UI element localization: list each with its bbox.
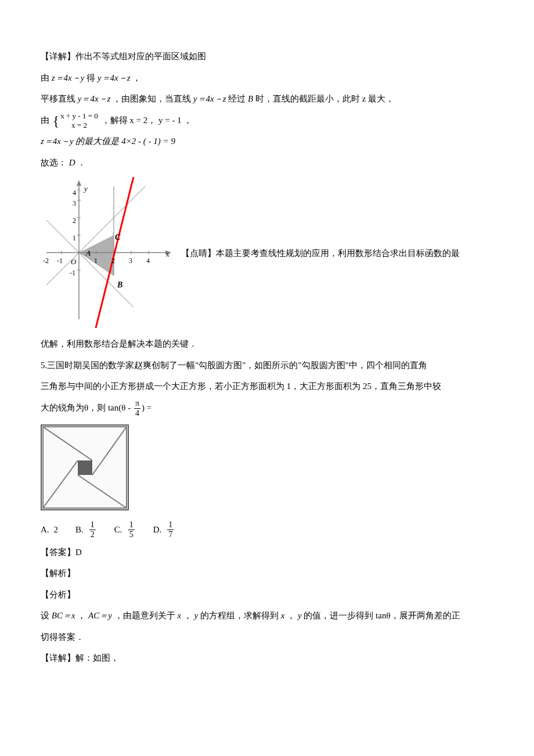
a-x2: x [281, 611, 285, 620]
a-m5: 的值，进一步得到 tanθ，展开两角差的正 [304, 611, 460, 620]
axis-y-label: y [84, 180, 88, 197]
opt-b-num: 1 [91, 520, 95, 529]
axis-x-label: x [166, 246, 169, 263]
brace-system: { x + y - 1 = 0 x = 2 [53, 111, 98, 129]
svg-marker-4 [77, 180, 81, 186]
solution-xy: x = 2， y = - 1 [129, 116, 181, 125]
text-post: 经过 [228, 94, 248, 103]
tick-xn2: -2 [43, 253, 49, 269]
a-m4: 的方程组，求解得到 [200, 611, 281, 620]
option-c: C. 15 [114, 520, 136, 540]
tick-x4: 4 [146, 253, 150, 269]
origin-label: O [71, 253, 76, 271]
text-pre: 由 [41, 73, 52, 82]
eq-y: y＝4x－z [98, 73, 131, 82]
svg-line-23 [43, 460, 78, 508]
graph-and-hint-row: y x 4 3 2 1 -1 1 2 3 4 -1 -2 O A C B 【点睛… [41, 177, 493, 329]
point-a-label: A [86, 244, 91, 262]
analysis-label: 【分析】 [41, 585, 493, 605]
analysis-text: 设 BC＝x ， AC＝y ，由题意列关于 x ， y 的方程组，求解得到 x … [41, 606, 493, 626]
opt-a-label: A. [41, 520, 49, 540]
a-pre: 设 [41, 611, 52, 620]
opt-c-label: C. [114, 520, 122, 540]
question-5-line-3: 大的锐角为θ，则 tan(θ - π4) = [41, 398, 493, 418]
tan-expression: tan(θ - π4) = [108, 403, 151, 412]
gougu-figure [41, 424, 129, 510]
answer-label: 【答案】D [41, 542, 493, 563]
text-mid: ，由图象知，当直线 [113, 94, 193, 103]
eq-z: z＝4x－y [52, 73, 85, 82]
coordinate-graph: y x 4 3 2 1 -1 1 2 3 4 -1 -2 O A C B [41, 177, 175, 329]
equation-line-1: 由 z＝4x－y 得 y＝4x－z ， [41, 68, 493, 88]
tick-x2: 2 [111, 253, 115, 269]
options-list: A. 2 B. 12 C. 15 D. 17 [41, 517, 493, 542]
option-a: A. 2 [41, 520, 58, 540]
opt-d-num: 1 [168, 520, 172, 529]
a-y: y [194, 611, 199, 620]
a-m1: ， [77, 611, 86, 620]
text-mid: ，解得 [102, 116, 130, 125]
tick-xn1: -1 [57, 253, 63, 269]
a-ac: AC＝y [88, 611, 112, 620]
a-bc: BC＝x [52, 611, 75, 620]
text-end: ， [132, 73, 141, 82]
answer-selection: 故选： D ． [41, 153, 493, 173]
detail-label: 【详解】解：如图， [41, 648, 493, 668]
max-value-line: z＝4x－y 的最大值是 4×2 - ( - 1) = 9 [41, 131, 493, 152]
solution-intro: 【详解】作出不等式组对应的平面区域如图 [41, 46, 493, 67]
opt-b-label: B. [75, 520, 84, 540]
opt-c-num: 1 [129, 520, 134, 529]
brace-top: x + y - 1 = 0 [60, 111, 98, 121]
tick-x3: 3 [129, 253, 132, 269]
text-end: ． [77, 158, 86, 167]
tan-post: ) = [142, 403, 151, 412]
answer-d: D [69, 158, 75, 167]
left-brace-icon: { [53, 114, 60, 128]
point-c-label: C [115, 228, 120, 247]
tick-y3: 3 [73, 196, 76, 212]
a-y2: y [298, 611, 302, 620]
brace-bot: x = 2 [60, 121, 98, 130]
gougu-svg [42, 426, 128, 509]
tan-pre: tan(θ - [108, 403, 133, 412]
eq-y-1: y＝4x－z [78, 94, 111, 103]
a-x: x [177, 611, 181, 620]
opt-b-den: 2 [89, 530, 96, 539]
opt-a-value: 2 [54, 520, 59, 540]
point-b-label: B [117, 276, 122, 294]
a-m3b: ， [287, 611, 295, 620]
text-mid: 得 [86, 73, 98, 82]
eq-y-2: y＝4x－z [193, 94, 226, 103]
text-end: ， [183, 116, 192, 125]
point-b: B [248, 94, 253, 103]
svg-line-22 [78, 475, 127, 508]
opt-d-label: D. [153, 520, 162, 540]
hint-beside-graph: 【点睛】本题主要考查线性规划的应用，利用数形结合求出目标函数的最 [175, 243, 493, 264]
option-b: B. 12 [75, 520, 97, 540]
svg-line-21 [92, 427, 127, 475]
a-m2: ，由题意列关于 [114, 611, 178, 620]
a-m3: ， [183, 611, 192, 620]
analysis-line-2: 切得答案． [41, 627, 493, 647]
hint-continuation: 优解，利用数形结合是解决本题的关键． [41, 334, 493, 354]
equation-line-2: 平移直线 y＝4x－z ，由图象知，当直线 y＝4x－z 经过 B 时，直线的截… [41, 89, 493, 109]
svg-rect-24 [78, 460, 92, 475]
option-d: D. 17 [153, 520, 175, 540]
question-5-line-1: 5.三国时期吴国的数学家赵爽创制了一幅"勾股圆方图"，如图所示的"勾股圆方图"中… [41, 355, 493, 376]
tick-x1: 1 [94, 253, 98, 269]
svg-line-20 [43, 427, 92, 460]
tick-y2: 2 [73, 213, 76, 229]
tan-num: π [135, 399, 139, 408]
text-end: 时，直线的截距最小，此时 z 最大， [255, 94, 394, 103]
q5-text: 大的锐角为θ，则 [41, 403, 106, 412]
opt-d-den: 7 [167, 530, 174, 539]
equation-line-3: 由 { x + y - 1 = 0 x = 2 ，解得 x = 2， y = -… [41, 110, 493, 131]
text-pre: 由 [41, 116, 49, 125]
svg-line-15 [46, 186, 145, 285]
text-pre: 故选： [41, 158, 67, 167]
parse-label: 【解析】 [41, 563, 493, 584]
opt-c-den: 5 [128, 530, 135, 539]
tan-den: 4 [134, 408, 140, 417]
tick-y1: 1 [73, 231, 76, 247]
question-5-line-2: 三角形与中间的小正方形拼成一个大正方形，若小正方形面积为 1，大正方形面积为 2… [41, 376, 493, 397]
